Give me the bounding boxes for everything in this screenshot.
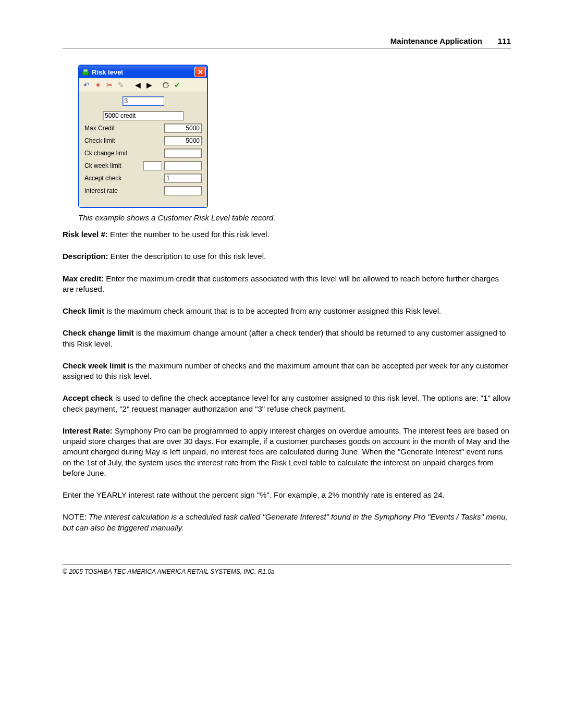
titlebar[interactable]: Risk level ✕ xyxy=(79,66,207,78)
ck-week-amount-input[interactable] xyxy=(164,161,202,170)
max-credit-input[interactable]: 5000 xyxy=(164,124,202,133)
ok-icon[interactable]: ✔ xyxy=(172,80,182,90)
undo-icon[interactable]: ↶ xyxy=(81,80,92,90)
accept-check-label: Accept check xyxy=(84,175,164,182)
para-max-credit: Max credit: Enter the maximum credit tha… xyxy=(63,274,511,295)
check-limit-input[interactable]: 5000 xyxy=(164,136,202,145)
toolbar: ↶ + ✂ ✎ ◀ ▶ ✔ xyxy=(79,78,207,92)
accept-check-input[interactable]: 1 xyxy=(164,174,202,183)
dialog-body: 3 5000 credit Max Credit 5000 Check limi… xyxy=(79,92,207,207)
close-button[interactable]: ✕ xyxy=(194,67,206,77)
para-interest: Interest Rate: Symphony Pro can be progr… xyxy=(63,426,511,478)
titlebar-title: Risk level xyxy=(92,68,194,76)
window-icon xyxy=(81,68,90,76)
description-input[interactable]: 5000 credit xyxy=(103,111,183,120)
add-icon[interactable]: + xyxy=(93,80,103,90)
ck-week-limit-label: Ck week limit xyxy=(84,162,143,169)
close-icon: ✕ xyxy=(198,68,203,76)
risk-level-number-input[interactable]: 3 xyxy=(123,96,164,106)
max-credit-label: Max Credit xyxy=(84,125,164,132)
ck-change-limit-input[interactable] xyxy=(164,149,202,158)
svg-rect-1 xyxy=(83,69,88,72)
prev-icon[interactable]: ◀ xyxy=(132,80,143,90)
para-check-change: Check change limit is the maximum change… xyxy=(63,328,511,349)
interest-rate-label: Interest rate xyxy=(84,187,164,194)
cut-icon[interactable]: ✂ xyxy=(104,80,115,90)
header-page-number: 111 xyxy=(498,36,511,45)
para-description: Description: Enter the description to us… xyxy=(63,251,511,262)
next-icon[interactable]: ▶ xyxy=(144,80,154,90)
caption: This example shows a Customer Risk Level… xyxy=(78,213,511,222)
interest-rate-input[interactable] xyxy=(164,186,202,195)
para-check-limit: Check limit is the maximum check amount … xyxy=(63,306,511,316)
para-risk-level-num: Risk level #: Enter the number to be use… xyxy=(63,229,511,240)
para-note: NOTE: The interest calculation is a sche… xyxy=(63,512,511,533)
refresh-icon[interactable] xyxy=(161,80,171,90)
ck-change-limit-label: Ck change limit xyxy=(84,150,164,157)
check-limit-label: Check limit xyxy=(84,137,164,144)
ck-week-count-input[interactable] xyxy=(143,161,162,170)
para-check-week: Check week limit is the maximum number o… xyxy=(63,361,511,382)
para-accept-check: Accept check is used to define the check… xyxy=(63,393,511,414)
footer: © 2005 TOSHIBA TEC AMERICA AMERICA RETAI… xyxy=(63,564,511,575)
header-title: Maintenance Application xyxy=(390,36,482,45)
page-header: Maintenance Application 111 xyxy=(63,36,511,49)
para-yearly: Enter the YEARLY interest rate without t… xyxy=(63,490,511,500)
risk-level-dialog: Risk level ✕ ↶ + ✂ ✎ ◀ ▶ ✔ 3 xyxy=(78,65,208,208)
edit-icon[interactable]: ✎ xyxy=(116,80,126,90)
